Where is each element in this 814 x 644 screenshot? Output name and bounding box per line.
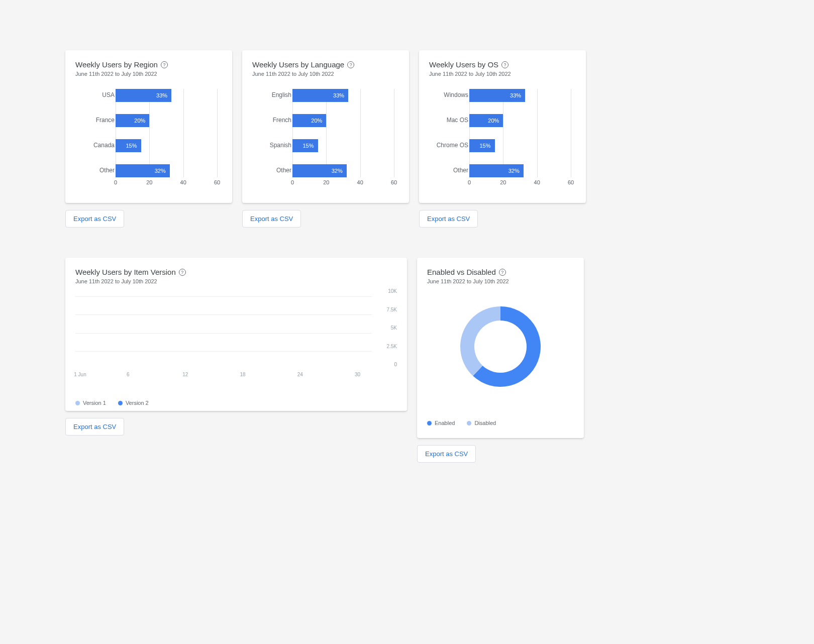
chart-os: 020406033%20%15%32%WindowsMac OSChrome O…	[429, 89, 576, 189]
legend-label: Version 1	[83, 400, 106, 406]
chart-language: 020406033%20%15%32%EnglishFrenchSpanishO…	[252, 89, 399, 189]
legend-enabled: Enabled Disabled	[427, 420, 574, 426]
chart-enabled	[427, 296, 574, 402]
date-range: June 11th 2022 to July 10th 2022	[427, 278, 574, 284]
title-text: Enabled vs Disabled	[427, 268, 496, 276]
help-icon[interactable]: ?	[501, 61, 508, 68]
legend-version: Version 1 Version 2	[75, 400, 397, 406]
help-icon[interactable]: ?	[499, 269, 506, 276]
card-title-enabled: Enabled vs Disabled ?	[427, 268, 574, 276]
export-csv-button[interactable]: Export as CSV	[65, 210, 124, 228]
chart-version: 02.5K5K7.5K10K 1 Jun612182430	[75, 296, 397, 382]
export-csv-button[interactable]: Export as CSV	[419, 210, 478, 228]
date-range: June 11th 2022 to July 10th 2022	[75, 71, 222, 77]
date-range: June 11th 2022 to July 10th 2022	[429, 71, 576, 77]
legend-label: Version 2	[126, 400, 149, 406]
legend-item-version2: Version 2	[118, 400, 149, 406]
card-language: Weekly Users by Language ? June 11th 202…	[242, 50, 409, 203]
legend-item-enabled: Enabled	[427, 420, 455, 426]
help-icon[interactable]: ?	[161, 61, 168, 68]
card-title-region: Weekly Users by Region ?	[75, 60, 222, 69]
chart-region: 020406033%20%15%32%USAFranceCanadaOther	[75, 89, 222, 189]
card-title-language: Weekly Users by Language ?	[252, 60, 399, 69]
help-icon[interactable]: ?	[347, 61, 354, 68]
title-text: Weekly Users by Item Version	[75, 268, 176, 276]
legend-label: Disabled	[474, 420, 496, 426]
title-text: Weekly Users by Region	[75, 60, 158, 69]
swatch-version1	[75, 401, 80, 405]
export-csv-button[interactable]: Export as CSV	[242, 210, 301, 228]
legend-label: Enabled	[435, 420, 455, 426]
swatch-version2	[118, 401, 123, 405]
legend-item-version1: Version 1	[75, 400, 106, 406]
card-os: Weekly Users by OS ? June 11th 2022 to J…	[419, 50, 586, 203]
title-text: Weekly Users by Language	[252, 60, 344, 69]
export-csv-button[interactable]: Export as CSV	[417, 445, 476, 463]
card-title-version: Weekly Users by Item Version ?	[75, 268, 397, 276]
legend-item-disabled: Disabled	[467, 420, 496, 426]
swatch-disabled	[467, 421, 471, 425]
help-icon[interactable]: ?	[179, 269, 186, 276]
card-enabled: Enabled vs Disabled ? June 11th 2022 to …	[417, 258, 584, 438]
date-range: June 11th 2022 to July 10th 2022	[75, 278, 397, 284]
export-csv-button[interactable]: Export as CSV	[65, 418, 124, 436]
title-text: Weekly Users by OS	[429, 60, 498, 69]
date-range: June 11th 2022 to July 10th 2022	[252, 71, 399, 77]
card-version: Weekly Users by Item Version ? June 11th…	[65, 258, 407, 411]
swatch-enabled	[427, 421, 432, 425]
card-region: Weekly Users by Region ? June 11th 2022 …	[65, 50, 232, 203]
card-title-os: Weekly Users by OS ?	[429, 60, 576, 69]
